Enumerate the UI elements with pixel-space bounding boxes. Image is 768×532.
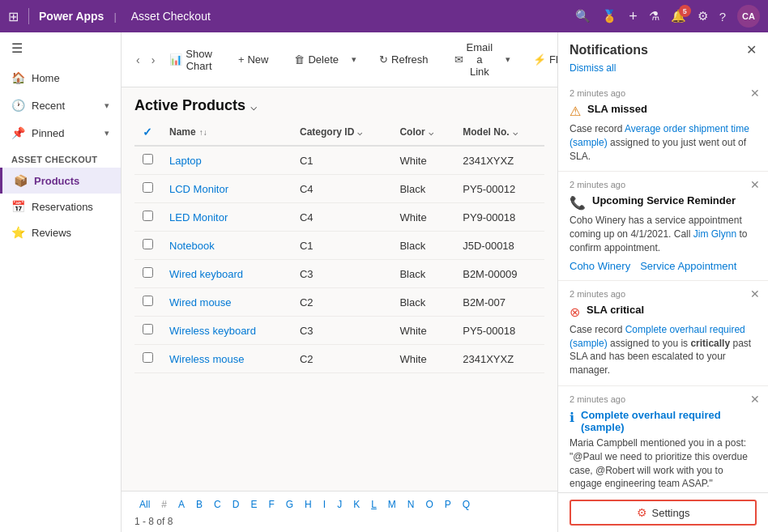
hamburger-icon[interactable]: ☰	[0, 32, 121, 64]
delete-button[interactable]: 🗑 Delete	[288, 49, 345, 70]
email-link-button[interactable]: ✉ Email a Link	[448, 37, 500, 82]
row-check[interactable]	[134, 317, 161, 345]
jim-glynn-link[interactable]: Jim Glynn	[693, 228, 736, 240]
row-check[interactable]	[134, 345, 161, 373]
row-check[interactable]	[134, 288, 161, 317]
table-row: Notebook C1 Black J5D-00018	[134, 232, 544, 260]
chart-icon: 📊	[169, 53, 182, 66]
avatar[interactable]: CA	[737, 5, 760, 28]
record-count: 1 - 8 of 8	[134, 516, 544, 527]
main-layout: ☰ 🏠 Home 🕐 Recent ▾ 📌 Pinned ▾ Asset Che…	[0, 32, 768, 532]
page-letter-e[interactable]: E	[245, 496, 262, 513]
page-letter-c[interactable]: C	[209, 496, 226, 513]
flow-label: Flow	[549, 53, 557, 66]
forward-button[interactable]: ›	[147, 50, 160, 70]
notif-close-button[interactable]: ✕	[746, 42, 757, 57]
new-icon: +	[238, 53, 245, 66]
sidebar-item-products[interactable]: 📦 Products	[0, 168, 121, 194]
row-category: C1	[292, 232, 391, 260]
notif-close-1[interactable]: ✕	[750, 87, 760, 100]
page-letter-d[interactable]: D	[228, 496, 245, 513]
row-model: 2341XYXZ	[454, 345, 544, 373]
notif-body-3: Case record Complete overhaul required (…	[570, 323, 757, 377]
page-letter-#[interactable]: #	[156, 496, 172, 513]
page-letter-n[interactable]: N	[403, 496, 420, 513]
row-model: B2M-007	[454, 288, 544, 317]
settings-button[interactable]: ⚙ Settings	[570, 500, 757, 526]
back-button[interactable]: ‹	[131, 50, 145, 70]
col-name-header[interactable]: Name ↑↓	[161, 119, 292, 146]
notif-close-2[interactable]: ✕	[750, 178, 760, 191]
page-letter-o[interactable]: O	[421, 496, 438, 513]
filter-icon[interactable]: ⚗	[649, 9, 659, 23]
sidebar-section-label: Asset Checkout	[0, 147, 121, 168]
page-letter-l[interactable]: L	[366, 496, 382, 513]
row-check[interactable]	[134, 203, 161, 232]
row-model: B2M-00009	[454, 260, 544, 288]
page-letter-p[interactable]: P	[440, 496, 456, 513]
notif-time-1: 2 minutes ago	[570, 88, 757, 98]
mention-icon: ℹ	[570, 410, 574, 425]
content-area: ‹ › 📊 Show Chart + New 🗑 Delete ▾ ↻ Refr…	[122, 32, 557, 532]
row-check[interactable]	[134, 232, 161, 260]
sort-icon[interactable]: ↑↓	[199, 128, 207, 137]
medal-icon[interactable]: 🏅	[602, 9, 617, 23]
show-chart-button[interactable]: 📊 Show Chart	[163, 44, 219, 76]
sidebar-item-recent[interactable]: 🕐 Recent ▾	[0, 92, 121, 119]
category-sort-icon[interactable]: ⌵	[357, 128, 362, 137]
bell-icon[interactable]: 🔔 5	[671, 9, 686, 23]
nav-arrows: ‹ ›	[131, 50, 160, 70]
notif-subject-4[interactable]: Complete overhaul required (sample)	[581, 409, 757, 433]
row-check[interactable]	[134, 146, 161, 175]
flow-button[interactable]: ⚡ Flow	[527, 49, 557, 70]
sidebar-item-home[interactable]: 🏠 Home	[0, 64, 121, 92]
notif-time-2: 2 minutes ago	[570, 180, 757, 189]
page-letter-q[interactable]: Q	[458, 496, 475, 513]
col-model-header[interactable]: Model No. ⌵	[454, 119, 544, 146]
search-icon[interactable]: 🔍	[575, 9, 591, 23]
add-icon[interactable]: +	[629, 8, 638, 25]
email-caret[interactable]: ▾	[502, 51, 514, 68]
service-appointment-link[interactable]: Service Appointment	[640, 260, 736, 272]
page-letter-f[interactable]: F	[263, 496, 279, 513]
sidebar-item-pinned[interactable]: 📌 Pinned ▾	[0, 119, 121, 147]
sidebar-item-reviews[interactable]: ⭐ Reviews	[0, 219, 121, 245]
coho-winery-link[interactable]: Coho Winery	[570, 260, 630, 272]
refresh-button[interactable]: ↻ Refresh	[373, 49, 435, 70]
notif-close-4[interactable]: ✕	[750, 393, 760, 406]
sidebar-item-reservations[interactable]: 📅 Reservations	[0, 194, 121, 219]
phone-icon: 📞	[570, 195, 586, 211]
list-title-dropdown[interactable]: ⌵	[250, 100, 257, 113]
help-icon[interactable]: ?	[719, 10, 726, 23]
settings-icon[interactable]: ⚙	[698, 9, 708, 23]
row-color: Black	[391, 175, 454, 203]
col-category-header[interactable]: Category ID ⌵	[292, 119, 391, 146]
color-sort-icon[interactable]: ⌵	[429, 128, 433, 137]
grid-icon[interactable]: ⊞	[8, 9, 19, 24]
delete-label: Delete	[308, 53, 339, 66]
row-name: LED Monitor	[161, 203, 292, 232]
dismiss-all-link[interactable]: Dismiss all	[558, 62, 768, 80]
row-check[interactable]	[134, 260, 161, 288]
row-check[interactable]	[134, 175, 161, 203]
page-letter-k[interactable]: K	[348, 496, 365, 513]
page-letter-h[interactable]: H	[300, 496, 317, 513]
notif-body-1: Case record Average order shipment time …	[570, 122, 757, 163]
home-icon: 🏠	[11, 71, 25, 84]
page-letter-m[interactable]: M	[383, 496, 401, 513]
page-letter-j[interactable]: J	[332, 496, 347, 513]
page-letter-a[interactable]: A	[173, 496, 190, 513]
delete-caret[interactable]: ▾	[348, 51, 360, 68]
page-letter-i[interactable]: I	[318, 496, 331, 513]
row-name: Wired keyboard	[161, 260, 292, 288]
page-letter-b[interactable]: B	[191, 496, 207, 513]
model-sort-icon[interactable]: ⌵	[513, 128, 518, 137]
sla-missed-link[interactable]: Average order shipment time (sample)	[570, 123, 749, 148]
new-button[interactable]: + New	[232, 49, 275, 70]
page-letter-g[interactable]: G	[281, 496, 298, 513]
row-category: C3	[292, 260, 391, 288]
row-category: C1	[292, 146, 391, 175]
page-letter-all[interactable]: All	[134, 496, 155, 513]
col-color-header[interactable]: Color ⌵	[391, 119, 454, 146]
notif-close-3[interactable]: ✕	[750, 287, 760, 300]
